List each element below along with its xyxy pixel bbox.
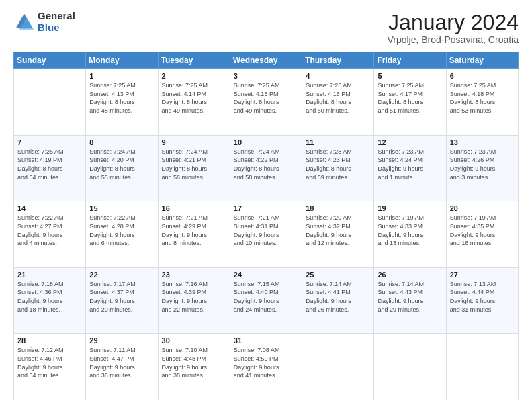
day-info: Sunrise: 7:25 AMSunset: 4:15 PMDaylight:… [234,81,298,115]
page: General Blue January 2024 Vrpolje, Brod-… [0,0,532,411]
day-cell: 19Sunrise: 7:19 AMSunset: 4:33 PMDayligh… [374,201,446,268]
day-info: Sunrise: 7:12 AMSunset: 4:46 PMDaylight:… [17,346,82,379]
day-info: Sunrise: 7:25 AMSunset: 4:13 PMDaylight:… [89,81,154,115]
day-cell: 25Sunrise: 7:14 AMSunset: 4:41 PMDayligh… [302,267,374,334]
day-number: 30 [162,336,226,345]
header-friday: Friday [374,52,446,69]
day-number: 19 [378,204,442,212]
day-cell: 27Sunrise: 7:13 AMSunset: 4:44 PMDayligh… [446,267,518,334]
day-number: 2 [162,72,226,80]
day-number: 13 [450,138,515,146]
day-cell [14,69,86,136]
week-row-4: 28Sunrise: 7:12 AMSunset: 4:46 PMDayligh… [14,334,519,400]
header-wednesday: Wednesday [230,52,302,69]
day-cell: 21Sunrise: 7:18 AMSunset: 4:36 PMDayligh… [14,267,86,334]
day-cell: 18Sunrise: 7:20 AMSunset: 4:32 PMDayligh… [302,201,374,268]
day-number: 23 [162,271,226,279]
header-row: SundayMondayTuesdayWednesdayThursdayFrid… [14,52,519,69]
day-info: Sunrise: 7:10 AMSunset: 4:48 PMDaylight:… [162,346,226,379]
day-info: Sunrise: 7:21 AMSunset: 4:31 PMDaylight:… [234,214,298,247]
day-info: Sunrise: 7:25 AMSunset: 4:16 PMDaylight:… [306,81,370,115]
calendar-body: 1Sunrise: 7:25 AMSunset: 4:13 PMDaylight… [14,69,519,400]
day-number: 20 [450,204,515,212]
day-cell: 22Sunrise: 7:17 AMSunset: 4:37 PMDayligh… [86,267,158,334]
day-info: Sunrise: 7:25 AMSunset: 4:17 PMDaylight:… [378,81,442,115]
week-row-2: 14Sunrise: 7:22 AMSunset: 4:27 PMDayligh… [14,201,519,268]
day-cell: 26Sunrise: 7:14 AMSunset: 4:43 PMDayligh… [374,267,446,334]
day-info: Sunrise: 7:13 AMSunset: 4:44 PMDaylight:… [450,280,515,314]
day-info: Sunrise: 7:24 AMSunset: 4:20 PMDaylight:… [89,148,154,181]
header: General Blue January 2024 Vrpolje, Brod-… [13,11,519,45]
day-number: 16 [162,204,226,212]
day-cell: 14Sunrise: 7:22 AMSunset: 4:27 PMDayligh… [14,201,86,268]
day-number: 11 [306,138,370,146]
day-info: Sunrise: 7:23 AMSunset: 4:23 PMDaylight:… [306,148,370,181]
day-info: Sunrise: 7:24 AMSunset: 4:21 PMDaylight:… [162,148,226,181]
week-row-1: 7Sunrise: 7:25 AMSunset: 4:19 PMDaylight… [14,135,519,201]
day-number: 21 [17,271,82,279]
day-info: Sunrise: 7:23 AMSunset: 4:26 PMDaylight:… [450,148,515,181]
location: Vrpolje, Brod-Posavina, Croatia [387,34,519,45]
day-number: 5 [378,72,442,80]
title-block: January 2024 Vrpolje, Brod-Posavina, Cro… [387,11,519,45]
day-info: Sunrise: 7:22 AMSunset: 4:28 PMDaylight:… [89,214,154,247]
logo-text: General Blue [38,11,75,33]
day-number: 1 [89,72,154,80]
day-cell: 29Sunrise: 7:11 AMSunset: 4:47 PMDayligh… [86,334,158,400]
day-number: 14 [17,204,82,212]
header-sunday: Sunday [14,52,86,69]
day-number: 28 [17,336,82,345]
day-number: 12 [378,138,442,146]
day-cell: 30Sunrise: 7:10 AMSunset: 4:48 PMDayligh… [158,334,230,400]
day-cell: 24Sunrise: 7:15 AMSunset: 4:40 PMDayligh… [230,267,302,334]
day-info: Sunrise: 7:25 AMSunset: 4:18 PMDaylight:… [450,81,515,115]
day-cell: 10Sunrise: 7:24 AMSunset: 4:22 PMDayligh… [230,135,302,201]
day-info: Sunrise: 7:21 AMSunset: 4:29 PMDaylight:… [162,214,226,247]
day-cell: 17Sunrise: 7:21 AMSunset: 4:31 PMDayligh… [230,201,302,268]
day-number: 27 [450,271,515,279]
day-info: Sunrise: 7:08 AMSunset: 4:50 PMDaylight:… [234,346,298,379]
day-number: 15 [89,204,154,212]
week-row-3: 21Sunrise: 7:18 AMSunset: 4:36 PMDayligh… [14,267,519,334]
logo-general-text: General [38,11,75,22]
day-info: Sunrise: 7:17 AMSunset: 4:37 PMDaylight:… [89,280,154,314]
day-info: Sunrise: 7:20 AMSunset: 4:32 PMDaylight:… [306,214,370,247]
day-info: Sunrise: 7:19 AMSunset: 4:35 PMDaylight:… [450,214,515,247]
day-cell: 28Sunrise: 7:12 AMSunset: 4:46 PMDayligh… [14,334,86,400]
day-info: Sunrise: 7:25 AMSunset: 4:19 PMDaylight:… [17,148,82,181]
day-number: 8 [89,138,154,146]
day-number: 17 [234,204,298,212]
day-cell [446,334,518,400]
day-cell: 8Sunrise: 7:24 AMSunset: 4:20 PMDaylight… [86,135,158,201]
day-cell: 2Sunrise: 7:25 AMSunset: 4:14 PMDaylight… [158,69,230,136]
logo-icon [13,11,35,33]
day-number: 29 [89,336,154,345]
week-row-0: 1Sunrise: 7:25 AMSunset: 4:13 PMDaylight… [14,69,519,136]
day-number: 10 [234,138,298,146]
header-saturday: Saturday [446,52,518,69]
header-monday: Monday [86,52,158,69]
day-info: Sunrise: 7:19 AMSunset: 4:33 PMDaylight:… [378,214,442,247]
day-info: Sunrise: 7:22 AMSunset: 4:27 PMDaylight:… [17,214,82,247]
header-thursday: Thursday [302,52,374,69]
logo-blue-text: Blue [38,22,75,34]
day-cell: 16Sunrise: 7:21 AMSunset: 4:29 PMDayligh… [158,201,230,268]
day-cell: 23Sunrise: 7:16 AMSunset: 4:39 PMDayligh… [158,267,230,334]
day-info: Sunrise: 7:24 AMSunset: 4:22 PMDaylight:… [234,148,298,181]
day-cell: 3Sunrise: 7:25 AMSunset: 4:15 PMDaylight… [230,69,302,136]
day-cell: 11Sunrise: 7:23 AMSunset: 4:23 PMDayligh… [302,135,374,201]
day-cell: 5Sunrise: 7:25 AMSunset: 4:17 PMDaylight… [374,69,446,136]
calendar-header: SundayMondayTuesdayWednesdayThursdayFrid… [14,52,519,69]
day-cell: 4Sunrise: 7:25 AMSunset: 4:16 PMDaylight… [302,69,374,136]
day-number: 22 [89,271,154,279]
day-number: 6 [450,72,515,80]
day-number: 26 [378,271,442,279]
logo: General Blue [13,11,75,33]
day-cell: 13Sunrise: 7:23 AMSunset: 4:26 PMDayligh… [446,135,518,201]
day-cell: 6Sunrise: 7:25 AMSunset: 4:18 PMDaylight… [446,69,518,136]
day-number: 31 [234,336,298,345]
day-info: Sunrise: 7:23 AMSunset: 4:24 PMDaylight:… [378,148,442,181]
day-info: Sunrise: 7:14 AMSunset: 4:43 PMDaylight:… [378,280,442,314]
day-cell: 1Sunrise: 7:25 AMSunset: 4:13 PMDaylight… [86,69,158,136]
day-number: 24 [234,271,298,279]
